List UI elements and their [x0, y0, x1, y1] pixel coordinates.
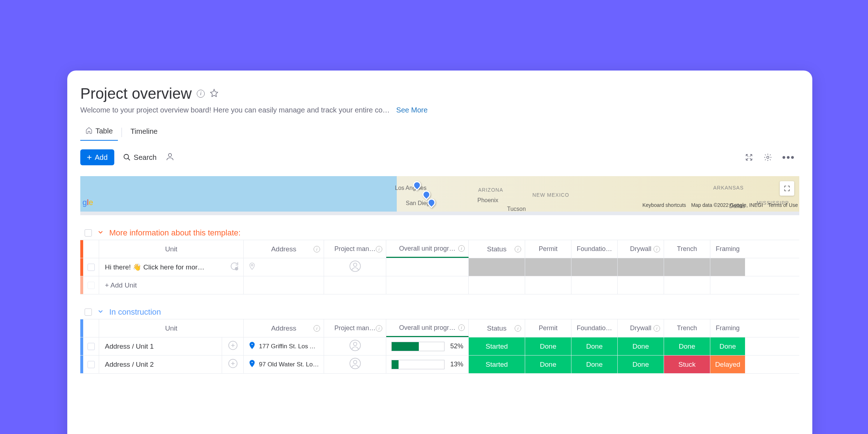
col-progress[interactable]: Overall unit progr…i	[386, 319, 469, 337]
cell-unit[interactable]: Address / Unit 1	[99, 337, 222, 355]
info-icon[interactable]: i	[376, 246, 382, 252]
cell-unit[interactable]: Hi there! 👋 Click here for mor…	[99, 258, 244, 276]
chevron-down-icon[interactable]	[97, 229, 104, 237]
cell-trench[interactable]: Stuck	[664, 356, 710, 373]
cell-foundation[interactable]	[571, 258, 618, 276]
cell-pm[interactable]	[324, 356, 386, 373]
row-checkbox[interactable]	[88, 361, 95, 368]
col-framing[interactable]: Framing	[710, 319, 745, 337]
cell-permit[interactable]: Done	[525, 337, 571, 355]
cell-drywall[interactable]: Done	[618, 337, 664, 355]
table-row[interactable]: Address / Unit 2 97 Old Water St. Los … …	[80, 356, 799, 374]
info-icon[interactable]: i	[515, 246, 521, 252]
cell-unit[interactable]: Address / Unit 2	[99, 356, 222, 373]
row-checkbox[interactable]	[88, 343, 95, 350]
col-permit[interactable]: Permit	[525, 240, 571, 258]
info-icon[interactable]: i	[458, 324, 465, 331]
col-drywall[interactable]: Drywalli	[618, 319, 664, 337]
cell-address[interactable]: 97 Old Water St. Los …	[244, 356, 324, 373]
info-icon[interactable]: i	[197, 90, 205, 98]
star-icon[interactable]	[210, 89, 218, 99]
group-header[interactable]: In construction	[80, 307, 799, 317]
cell-permit[interactable]: Done	[525, 356, 571, 373]
cell-address[interactable]: 177 Griffin St. Los An…	[244, 337, 324, 355]
cell-framing[interactable]: Delayed	[710, 356, 745, 373]
add-button[interactable]: + Add	[80, 149, 114, 165]
group-header[interactable]: More information about this template:	[80, 228, 799, 238]
person-filter-icon[interactable]	[165, 152, 175, 163]
map-terms[interactable]: Terms of Use	[768, 202, 798, 208]
tab-timeline[interactable]: Timeline	[125, 124, 163, 140]
cell-progress[interactable]: 52%	[386, 337, 469, 355]
col-framing[interactable]: Framing	[710, 240, 745, 258]
col-address[interactable]: Addressi	[244, 240, 324, 258]
cell-foundation[interactable]: Done	[571, 337, 618, 355]
map-state-ar: ARKANSAS	[713, 185, 744, 191]
col-permit[interactable]: Permit	[525, 319, 571, 337]
plus-icon: +	[87, 153, 92, 162]
search-icon	[123, 153, 131, 161]
cell-progress[interactable]	[386, 258, 469, 276]
col-pm[interactable]: Project man…i	[324, 319, 386, 337]
map-shortcuts[interactable]: Keyboard shortcuts	[642, 202, 686, 208]
cell-address[interactable]	[244, 258, 324, 276]
cell-progress[interactable]: 13%	[386, 356, 469, 373]
chat-icon[interactable]	[229, 261, 239, 273]
cell-framing[interactable]: Done	[710, 337, 745, 355]
map-panel[interactable]: Los Angeles San Diego Phoenix Tucson Dal…	[80, 176, 799, 215]
see-more-link[interactable]: See More	[396, 106, 428, 114]
map-fullscreen-button[interactable]	[780, 181, 794, 196]
cell-trench[interactable]: Done	[664, 337, 710, 355]
map-state-az: ARIZONA	[478, 187, 503, 193]
cell-foundation[interactable]: Done	[571, 356, 618, 373]
col-unit[interactable]: Unit	[99, 240, 244, 258]
group-checkbox[interactable]	[85, 309, 92, 316]
svg-point-11	[251, 344, 253, 345]
info-icon[interactable]: i	[376, 325, 382, 332]
cell-status[interactable]: Started	[469, 337, 525, 355]
cell-status[interactable]: Started	[469, 356, 525, 373]
table-row[interactable]: Address / Unit 1 177 Griffin St. Los An……	[80, 337, 799, 356]
col-address[interactable]: Addressi	[244, 319, 324, 337]
col-trench[interactable]: Trench	[664, 319, 710, 337]
info-icon[interactable]: i	[314, 325, 320, 332]
table-row[interactable]: Hi there! 👋 Click here for mor…	[80, 258, 799, 276]
col-status[interactable]: Statusi	[469, 240, 525, 258]
add-unit-label[interactable]: + Add Unit	[99, 276, 244, 294]
info-icon[interactable]: i	[314, 246, 320, 252]
more-icon[interactable]: •••	[782, 152, 795, 162]
cell-pm[interactable]	[324, 337, 386, 355]
chevron-down-icon[interactable]	[97, 308, 104, 316]
cell-pm[interactable]	[324, 258, 386, 276]
col-progress[interactable]: Overall unit progr…i	[386, 240, 469, 258]
cell-chat[interactable]	[222, 356, 244, 373]
cell-drywall[interactable]	[618, 258, 664, 276]
tab-table[interactable]: Table	[80, 124, 118, 141]
col-status[interactable]: Statusi	[469, 319, 525, 337]
expand-icon[interactable]	[745, 153, 753, 162]
cell-permit[interactable]	[525, 258, 571, 276]
cell-trench[interactable]	[664, 258, 710, 276]
col-unit[interactable]: Unit	[99, 319, 244, 337]
group-checkbox[interactable]	[85, 229, 92, 237]
add-unit-row[interactable]: + Add Unit	[80, 276, 799, 294]
col-foundation[interactable]: Foundatio…	[571, 240, 618, 258]
info-icon[interactable]: i	[458, 245, 465, 252]
row-checkbox[interactable]	[88, 264, 95, 271]
info-icon[interactable]: i	[515, 325, 521, 332]
cell-status[interactable]	[469, 258, 525, 276]
col-drywall[interactable]: Drywalli	[618, 240, 664, 258]
col-pm[interactable]: Project man…i	[324, 240, 386, 258]
avatar-icon	[349, 340, 361, 353]
cell-framing[interactable]	[710, 258, 745, 276]
info-icon[interactable]: i	[654, 246, 660, 252]
search-button[interactable]: Search	[123, 153, 157, 162]
gear-icon[interactable]	[763, 153, 772, 162]
col-foundation[interactable]: Foundatio…	[571, 319, 618, 337]
info-icon[interactable]: i	[654, 325, 660, 332]
col-trench[interactable]: Trench	[664, 240, 710, 258]
svg-line-1	[128, 158, 130, 161]
search-label: Search	[134, 153, 157, 162]
cell-chat[interactable]	[222, 337, 244, 355]
cell-drywall[interactable]: Done	[618, 356, 664, 373]
